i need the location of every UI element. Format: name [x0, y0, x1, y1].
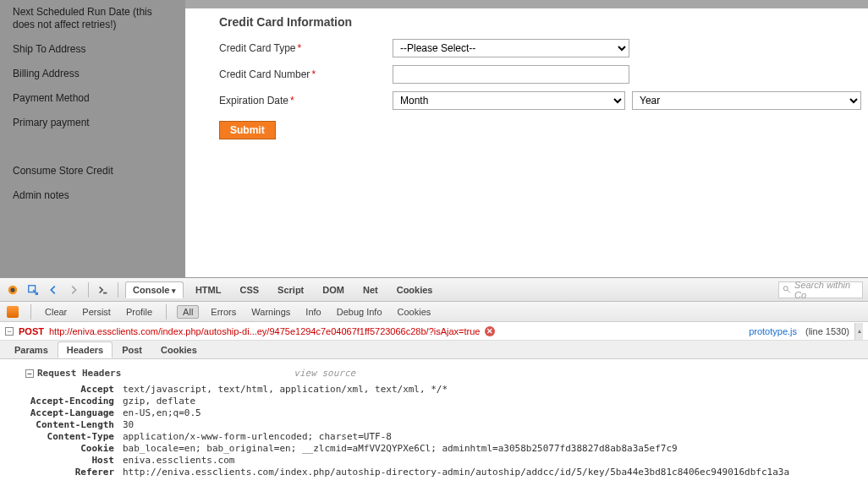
search-icon: [783, 285, 791, 294]
svg-point-3: [783, 287, 788, 291]
sidebar-item[interactable]: Billing Address: [13, 62, 177, 86]
sidebar: Next Scheduled Run Date (this does not a…: [0, 0, 185, 277]
header-row: Hosteniva.essclients.com: [8, 455, 860, 466]
tab-console[interactable]: Console: [125, 281, 184, 298]
filter-info-button[interactable]: Info: [302, 305, 324, 319]
request-line-number: (line 1530): [805, 326, 849, 336]
filter-cookies-button[interactable]: Cookies: [394, 305, 435, 319]
firebug-icon[interactable]: [5, 282, 20, 298]
devtools-panel: Console HTML CSS Script DOM Net Cookies …: [0, 277, 868, 497]
sidebar-item[interactable]: Payment Method: [13, 86, 177, 111]
header-key: Host: [8, 455, 123, 466]
cc-type-select[interactable]: --Please Select--: [393, 39, 629, 57]
persist-button[interactable]: Persist: [79, 305, 114, 319]
header-value: eniva.essclients.com: [123, 455, 234, 466]
tab-cookies[interactable]: Cookies: [390, 282, 440, 298]
sidebar-item[interactable]: Primary payment: [13, 111, 177, 135]
header-value: 30: [123, 419, 134, 430]
header-key: Content-Length: [8, 419, 123, 430]
filter-debug-button[interactable]: Debug Info: [333, 305, 386, 319]
header-row: Refererhttp://eniva.essclients.com/index…: [8, 467, 860, 478]
header-row: Accept-Languageen-US,en;q=0.5: [8, 407, 860, 418]
filter-all-button[interactable]: All: [177, 305, 199, 319]
subtab-cookies[interactable]: Cookies: [151, 341, 206, 358]
scroll-up-icon[interactable]: ▴: [854, 323, 863, 340]
header-row: Content-Length30: [8, 419, 860, 430]
main-panel: Credit Card Information Credit Card Type…: [185, 0, 868, 277]
headers-group-title: Request Headers: [37, 368, 121, 379]
request-subtabs: Params Headers Post Cookies: [0, 341, 868, 359]
header-row: Cookiebab_locale=en; bab_original=en; __…: [8, 443, 860, 454]
header-value: text/javascript, text/html, application/…: [123, 384, 448, 395]
header-value: bab_locale=en; bab_original=en; __zlcmid…: [123, 443, 678, 454]
header-key: Accept-Language: [8, 407, 123, 418]
headers-panel: − Request Headers view source Accepttext…: [0, 359, 868, 497]
request-method: POST: [19, 326, 44, 336]
error-icon: ✕: [485, 326, 495, 336]
header-row: Accepttext/javascript, text/html, applic…: [8, 384, 860, 395]
exp-year-select[interactable]: Year: [632, 91, 861, 110]
profile-button[interactable]: Profile: [123, 305, 156, 319]
filter-errors-button[interactable]: Errors: [207, 305, 239, 319]
collapse-icon[interactable]: −: [25, 369, 34, 378]
devtools-toolbar-main: Console HTML CSS Script DOM Net Cookies …: [0, 278, 868, 302]
devtools-toolbar-console: Clear Persist Profile All Errors Warning…: [0, 302, 868, 322]
submit-button[interactable]: Submit: [219, 121, 276, 139]
forward-icon[interactable]: [66, 282, 81, 298]
label-cc-type: Credit Card Type*: [219, 42, 393, 54]
console-request-row[interactable]: − POST http://eniva.essclients.com/index…: [0, 322, 868, 341]
collapse-icon[interactable]: −: [5, 327, 14, 336]
header-row: Content-Typeapplication/x-www-form-urlen…: [8, 431, 860, 442]
request-url: http://eniva.essclients.com/index.php/au…: [49, 326, 481, 336]
tab-net[interactable]: Net: [356, 282, 385, 298]
request-source-link[interactable]: prototype.js: [749, 326, 797, 336]
header-key: Accept: [8, 384, 123, 395]
header-key: Accept-Encoding: [8, 396, 123, 407]
exp-month-select[interactable]: Month: [393, 91, 625, 110]
filter-warnings-button[interactable]: Warnings: [248, 305, 294, 319]
sidebar-item[interactable]: Consume Store Credit: [13, 159, 177, 183]
label-exp-date: Expiration Date*: [219, 95, 393, 106]
modal-dim-bar: [185, 0, 868, 8]
header-key: Cookie: [8, 443, 123, 454]
tab-script[interactable]: Script: [271, 282, 310, 298]
tab-dom[interactable]: DOM: [316, 282, 351, 298]
cc-number-input[interactable]: [393, 65, 629, 84]
subtab-post[interactable]: Post: [113, 341, 151, 358]
header-key: Content-Type: [8, 431, 123, 442]
label-cc-number: Credit Card Number*: [219, 68, 393, 80]
svg-point-1: [10, 287, 14, 292]
back-icon[interactable]: [46, 282, 61, 298]
command-line-icon[interactable]: [96, 282, 111, 298]
sidebar-item[interactable]: Next Scheduled Run Date (this does not a…: [13, 0, 177, 37]
inspect-icon[interactable]: [25, 282, 41, 298]
header-row: Accept-Encodinggzip, deflate: [8, 396, 860, 407]
header-value: gzip, deflate: [123, 396, 195, 407]
view-source-link[interactable]: view source: [294, 368, 355, 379]
break-on-error-icon[interactable]: [5, 304, 20, 320]
header-value: application/x-www-form-urlencoded; chars…: [123, 431, 392, 442]
header-value: http://eniva.essclients.com/index.php/au…: [123, 467, 789, 478]
section-title: Credit Card Information: [219, 15, 868, 29]
sidebar-item[interactable]: Ship To Address: [13, 37, 177, 62]
subtab-headers[interactable]: Headers: [58, 341, 113, 358]
header-value: en-US,en;q=0.5: [123, 407, 201, 418]
subtab-params[interactable]: Params: [5, 341, 58, 358]
header-key: Referer: [8, 467, 123, 478]
devtools-search-input[interactable]: Search within Co: [778, 281, 863, 298]
tab-html[interactable]: HTML: [189, 282, 228, 298]
clear-button[interactable]: Clear: [41, 305, 70, 319]
sidebar-item[interactable]: Admin notes: [13, 183, 177, 208]
tab-css[interactable]: CSS: [233, 282, 266, 298]
